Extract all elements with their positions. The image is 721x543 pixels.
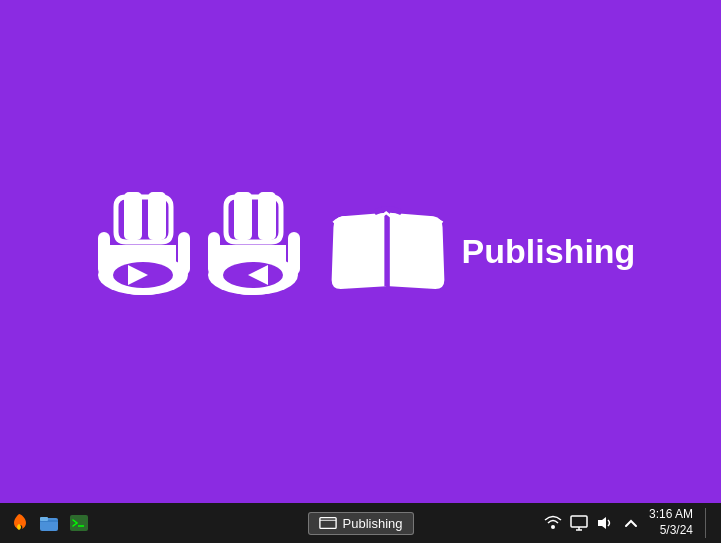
taskbar-left [6, 510, 92, 536]
file-manager-icon[interactable] [36, 510, 62, 536]
svg-rect-13 [258, 192, 276, 240]
svg-rect-9 [288, 232, 300, 275]
svg-rect-12 [234, 192, 252, 240]
show-desktop-button[interactable] [705, 508, 715, 538]
svg-rect-1 [98, 232, 110, 275]
svg-rect-5 [124, 192, 142, 240]
window-title: Publishing [343, 516, 403, 531]
display-tray-icon[interactable] [569, 513, 589, 533]
svg-rect-6 [148, 192, 166, 240]
start-icon[interactable] [6, 510, 32, 536]
terminal-icon[interactable] [66, 510, 92, 536]
svg-marker-25 [598, 517, 606, 529]
svg-rect-8 [208, 232, 220, 275]
taskbar: Publishing [0, 503, 721, 543]
taskbar-right: 3:16 AM 5/3/24 [543, 507, 715, 538]
db-logo [86, 187, 306, 317]
svg-rect-17 [70, 515, 88, 531]
logo-container: Publishing [86, 187, 636, 317]
svg-rect-16 [40, 517, 48, 521]
publishing-label: Publishing [462, 232, 636, 271]
clock-date: 5/3/24 [649, 523, 693, 539]
volume-tray-icon[interactable] [595, 513, 615, 533]
network-tray-icon[interactable] [543, 513, 563, 533]
desktop: Publishing [0, 0, 721, 503]
svg-rect-2 [178, 232, 190, 275]
taskbar-center: Publishing [308, 512, 414, 535]
chevron-up-tray-icon[interactable] [621, 513, 641, 533]
svg-rect-22 [571, 516, 587, 527]
book-text-row: Publishing [318, 200, 636, 304]
clock-time: 3:16 AM [649, 507, 693, 523]
taskbar-window-button[interactable]: Publishing [308, 512, 414, 535]
svg-point-21 [551, 525, 555, 529]
book-icon [318, 200, 458, 304]
system-tray [543, 513, 641, 533]
system-clock[interactable]: 3:16 AM 5/3/24 [649, 507, 693, 538]
svg-rect-19 [319, 518, 335, 529]
